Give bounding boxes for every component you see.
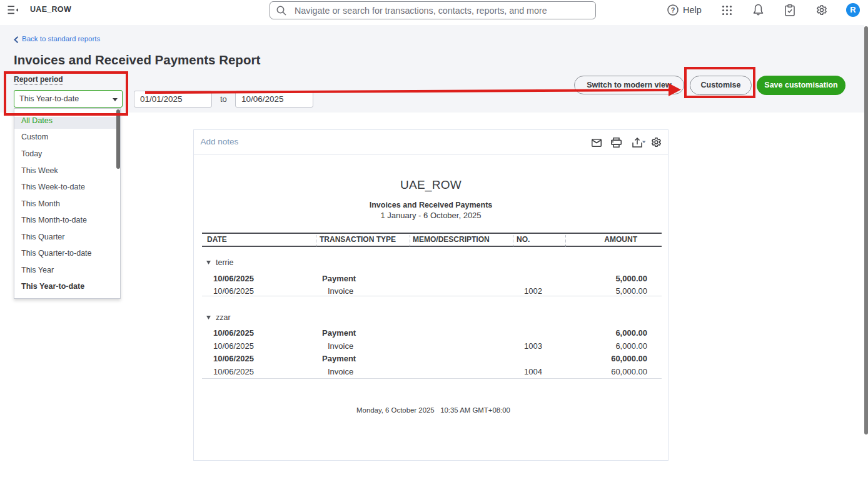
svg-text:?: ? [671, 6, 675, 14]
